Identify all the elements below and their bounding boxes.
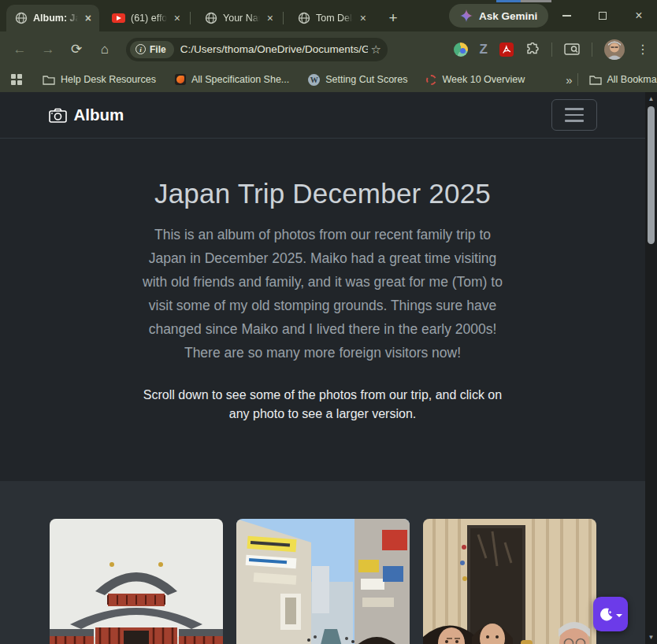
url-text[interactable]: C:/Users/thoma/OneDrive/Documents/Gi... bbox=[180, 43, 368, 55]
tab-close-icon[interactable]: × bbox=[173, 13, 182, 24]
navbar-toggler-button[interactable] bbox=[551, 99, 597, 131]
photo-row bbox=[0, 481, 645, 644]
bookmark-label: Week 10 Overview bbox=[442, 74, 525, 85]
page-title: Japan Trip December 2025 bbox=[0, 178, 645, 209]
hero-lead-text: This is an album of photos from our rece… bbox=[143, 223, 503, 365]
photo-family-dinner[interactable] bbox=[423, 519, 596, 644]
dotonbori-photo-image bbox=[236, 519, 410, 644]
bookmark-week-10-overview[interactable]: Week 10 Overview bbox=[426, 74, 525, 85]
hero-instruction-text: Scroll down to see some of the photos fr… bbox=[134, 386, 512, 424]
tab-tom[interactable]: Tom Dela × bbox=[289, 5, 374, 31]
page-scrollbar[interactable]: ▲ ▼ bbox=[645, 92, 657, 644]
ask-gemini-label: Ask Gemini bbox=[479, 10, 537, 22]
camera-icon bbox=[49, 108, 67, 123]
ask-gemini-button[interactable]: Ask Gemini bbox=[449, 4, 548, 28]
tab-title: Tom Dela bbox=[316, 13, 353, 24]
photo-temple[interactable] bbox=[50, 519, 223, 644]
home-icon[interactable]: ⌂ bbox=[96, 42, 113, 57]
site-brand[interactable]: Album bbox=[49, 105, 124, 124]
z-extension-icon[interactable]: Z bbox=[480, 42, 488, 57]
window-close-button[interactable]: × bbox=[621, 0, 657, 31]
new-tab-button[interactable]: + bbox=[382, 7, 404, 29]
tab-close-icon[interactable]: × bbox=[358, 13, 368, 24]
tab-title: Your Nar bbox=[223, 13, 260, 24]
photo-dotonbori-selfie[interactable] bbox=[236, 519, 410, 644]
tab-close-icon[interactable]: × bbox=[265, 13, 275, 24]
window-controls: × bbox=[548, 0, 657, 31]
toolbar-divider bbox=[551, 43, 552, 57]
folder-icon bbox=[43, 75, 55, 85]
maximize-icon bbox=[599, 12, 607, 20]
background-window-sliver bbox=[496, 0, 551, 2]
extensions-puzzle-icon[interactable] bbox=[525, 43, 540, 57]
browser-menu-icon[interactable]: ⋮ bbox=[637, 42, 649, 57]
web-page: Album Japan Trip December 2025 This is a… bbox=[0, 92, 645, 644]
acrobat-extension-icon[interactable] bbox=[499, 43, 514, 57]
site-brand-label: Album bbox=[74, 105, 124, 124]
all-bookmarks-label: All Bookmarks bbox=[607, 74, 657, 85]
tab-your-name[interactable]: Your Nar × bbox=[196, 5, 281, 31]
gemini-sparkle-icon bbox=[460, 9, 473, 22]
reload-icon[interactable]: ⟳ bbox=[68, 41, 85, 57]
hero-section: Japan Trip December 2025 This is an albu… bbox=[0, 139, 645, 424]
bookmark-label: Setting Cut Scores bbox=[325, 74, 407, 85]
address-bar[interactable]: i File C:/Users/thoma/OneDrive/Documents… bbox=[126, 38, 388, 61]
browser-frame: Album: Ja × (61) effor × Your Nar × Tom … bbox=[0, 0, 657, 31]
scroll-down-icon[interactable]: ▼ bbox=[645, 631, 657, 643]
tab-strip: Album: Ja × (61) effor × Your Nar × Tom … bbox=[6, 5, 404, 31]
info-icon: i bbox=[135, 44, 146, 54]
bookmarks-divider bbox=[577, 73, 578, 86]
maximize-button[interactable] bbox=[585, 0, 621, 31]
youtube-favicon-icon bbox=[112, 13, 125, 23]
dinner-photo-image bbox=[423, 519, 596, 644]
red-dashed-circle-icon bbox=[426, 75, 436, 85]
apps-grid-icon[interactable] bbox=[11, 74, 22, 85]
scrollbar-thumb[interactable] bbox=[648, 106, 655, 244]
colorful-extension-icon[interactable] bbox=[454, 43, 468, 57]
minimize-button[interactable] bbox=[548, 0, 585, 31]
avatar-image bbox=[604, 39, 625, 60]
tab-album[interactable]: Album: Ja × bbox=[6, 5, 99, 31]
screen-search-icon[interactable] bbox=[564, 43, 580, 56]
photo-gallery-section bbox=[0, 481, 645, 644]
bookmark-help-desk[interactable]: Help Desk Resources bbox=[43, 74, 156, 85]
minimize-icon bbox=[562, 15, 571, 17]
moon-icon bbox=[599, 607, 614, 621]
tab-divider bbox=[190, 12, 191, 24]
globe-favicon-icon bbox=[298, 12, 310, 24]
tab-title: Album: Ja bbox=[33, 13, 78, 24]
tab-youtube[interactable]: (61) effor × bbox=[103, 5, 188, 31]
bookmark-label: All Specification She... bbox=[191, 74, 289, 85]
tab-divider bbox=[283, 12, 284, 24]
caret-down-icon bbox=[616, 614, 622, 617]
site-navbar: Album bbox=[0, 92, 645, 139]
globe-favicon-icon bbox=[205, 12, 217, 24]
toolbar-divider bbox=[592, 43, 592, 57]
browser-toolbar: ← → ⟳ ⌂ i File C:/Users/thoma/OneDrive/D… bbox=[0, 31, 657, 67]
toolbar-right-cluster: Z ⋮ bbox=[454, 39, 649, 60]
temple-photo-image bbox=[50, 519, 223, 644]
bookmark-label: Help Desk Resources bbox=[61, 74, 156, 85]
tab-close-icon[interactable]: × bbox=[84, 13, 93, 24]
forward-icon[interactable]: → bbox=[39, 42, 57, 57]
theme-toggle-button[interactable] bbox=[593, 597, 628, 631]
bookmark-setting-cut-scores[interactable]: W Setting Cut Scores bbox=[308, 74, 407, 86]
orange-site-icon bbox=[175, 74, 186, 85]
tab-title: (61) effor bbox=[131, 13, 167, 24]
file-chip-label: File bbox=[150, 44, 166, 55]
file-scheme-chip[interactable]: i File bbox=[130, 41, 174, 58]
bookmarks-bar: Help Desk Resources All Specification Sh… bbox=[0, 67, 657, 92]
hamburger-icon bbox=[565, 108, 584, 110]
bookmark-all-specification[interactable]: All Specification She... bbox=[175, 74, 289, 85]
acrobat-glyph bbox=[502, 45, 511, 54]
bookmark-star-icon[interactable]: ☆ bbox=[371, 43, 381, 57]
wordpress-icon: W bbox=[308, 74, 320, 86]
globe-favicon-icon bbox=[15, 12, 28, 24]
profile-avatar[interactable] bbox=[604, 39, 625, 60]
all-bookmarks[interactable]: All Bookmarks bbox=[576, 73, 657, 86]
folder-icon bbox=[589, 75, 602, 85]
back-icon[interactable]: ← bbox=[11, 42, 28, 57]
bookmarks-overflow-icon[interactable]: » bbox=[566, 73, 572, 87]
scroll-up-icon[interactable]: ▲ bbox=[645, 93, 657, 105]
